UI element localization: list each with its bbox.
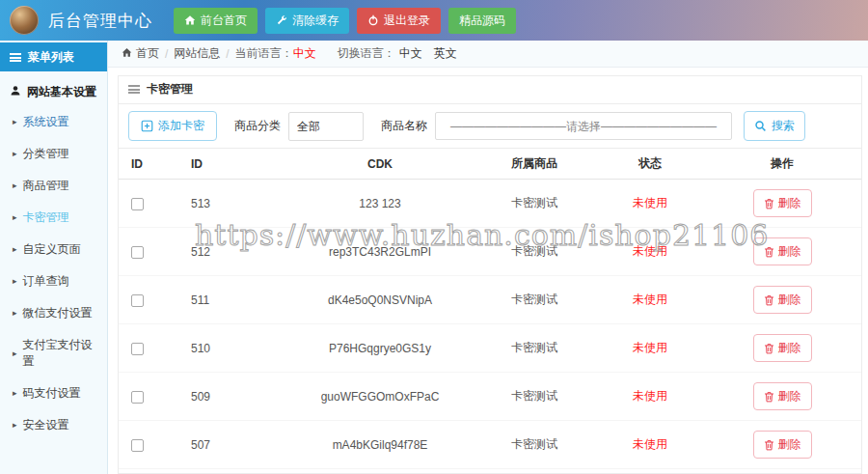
table-row: 513 123 123 卡密测试 未使用 删除 bbox=[119, 180, 861, 228]
sidebar-header: 菜单列表 bbox=[0, 42, 107, 71]
sidebar-item[interactable]: ▸分类管理 bbox=[0, 138, 107, 170]
breadcrumb-home-label: 首页 bbox=[136, 45, 159, 62]
delete-button[interactable]: 删除 bbox=[753, 237, 812, 265]
breadcrumb-home[interactable]: 首页 bbox=[122, 45, 159, 62]
search-button[interactable]: 搜索 bbox=[744, 111, 805, 141]
col-header-id: ID bbox=[173, 149, 288, 180]
delete-button[interactable]: 删除 bbox=[753, 334, 812, 362]
top-bar: 后台管理中心 前台首页 清除缓存 退出登录 精品源码 bbox=[0, 0, 868, 41]
row-checkbox[interactable] bbox=[131, 391, 144, 404]
lang-en-link[interactable]: 英文 bbox=[434, 45, 457, 62]
trash-icon bbox=[764, 343, 774, 354]
sidebar-item-label: 系统设置 bbox=[23, 114, 69, 130]
breadcrumb-separator: / bbox=[165, 47, 168, 61]
row-cdk: P76HGqgrye0GS1y bbox=[288, 324, 472, 373]
logout-label: 退出登录 bbox=[384, 13, 430, 29]
caret-right-icon: ▸ bbox=[13, 277, 17, 286]
sidebar-item[interactable]: ▸系统设置 bbox=[0, 106, 107, 138]
delete-label: 删除 bbox=[778, 195, 801, 211]
delete-button[interactable]: 删除 bbox=[753, 382, 812, 410]
row-id: 506 bbox=[173, 469, 288, 474]
sidebar-section[interactable]: 网站基本设置 bbox=[0, 71, 107, 106]
col-header-status: 状态 bbox=[597, 149, 703, 180]
row-id: 507 bbox=[173, 421, 288, 469]
list-icon bbox=[10, 53, 21, 62]
row-status: 未使用 bbox=[597, 421, 703, 469]
product-name-label: 商品名称 bbox=[381, 118, 427, 134]
table-row: 511 dK4e5oQ0NSVNipA 卡密测试 未使用 删除 bbox=[119, 276, 861, 324]
sidebar-item[interactable]: ▸卡密管理 bbox=[0, 202, 107, 234]
clear-cache-button[interactable]: 清除缓存 bbox=[265, 8, 349, 34]
col-header-action: 操作 bbox=[703, 149, 861, 180]
col-header-product: 所属商品 bbox=[472, 149, 597, 180]
sidebar-header-label: 菜单列表 bbox=[28, 49, 74, 66]
row-status: 未使用 bbox=[597, 324, 703, 373]
row-product: 卡密测试 bbox=[472, 228, 597, 276]
row-cdk: dK4e5oQ0NSVNipA bbox=[288, 276, 472, 324]
category-select[interactable]: 全部 bbox=[288, 112, 364, 141]
row-cdk: mA4bKGilq94f78E bbox=[288, 421, 472, 469]
home-icon bbox=[184, 14, 196, 26]
sidebar-item[interactable]: ▸微信支付设置 bbox=[0, 297, 107, 329]
power-icon bbox=[367, 14, 379, 26]
panel-header: 卡密管理 bbox=[119, 76, 861, 104]
sidebar-item-label: 分类管理 bbox=[23, 146, 69, 162]
row-checkbox[interactable] bbox=[131, 343, 144, 355]
plus-square-icon bbox=[141, 120, 153, 132]
table-body: 513 123 123 卡密测试 未使用 删除 512 rep3TC43R2GL… bbox=[119, 180, 861, 474]
table-wrap: ID ID CDK 所属商品 状态 操作 513 123 123 卡密测试 未使… bbox=[119, 149, 861, 473]
row-id: 511 bbox=[173, 276, 288, 324]
sidebar-item[interactable]: ▸码支付设置 bbox=[0, 377, 107, 409]
product-name-input[interactable] bbox=[435, 112, 732, 140]
user-icon bbox=[10, 85, 21, 99]
row-checkbox[interactable] bbox=[131, 294, 144, 307]
delete-label: 删除 bbox=[778, 340, 801, 356]
delete-label: 删除 bbox=[778, 243, 801, 260]
row-id: 512 bbox=[173, 228, 288, 276]
main-content: 首页 / 网站信息 / 当前语言： 中文 切换语言： 中文 英文 卡密管理 bbox=[108, 41, 868, 474]
frontend-home-button[interactable]: 前台首页 bbox=[174, 8, 258, 34]
row-status: 未使用 bbox=[597, 180, 703, 228]
clear-cache-label: 清除缓存 bbox=[292, 13, 339, 29]
add-card-key-button[interactable]: 添加卡密 bbox=[128, 111, 217, 141]
sidebar-item-label: 卡密管理 bbox=[23, 209, 69, 226]
row-checkbox[interactable] bbox=[131, 439, 144, 452]
sidebar-item-label: 商品管理 bbox=[23, 178, 69, 194]
sidebar-item[interactable]: ▸自定义页面 bbox=[0, 234, 107, 265]
search-label: 搜索 bbox=[772, 118, 795, 134]
sidebar-item-label: 支付宝支付设置 bbox=[23, 337, 99, 370]
row-product: 卡密测试 bbox=[472, 421, 597, 469]
caret-right-icon: ▸ bbox=[13, 245, 17, 254]
app: 后台管理中心 前台首页 清除缓存 退出登录 精品源码 bbox=[0, 0, 868, 474]
sidebar: 菜单列表 网站基本设置 ▸系统设置▸分类管理▸商品管理▸卡密管理▸自定义页面▸订… bbox=[0, 41, 108, 474]
delete-button[interactable]: 删除 bbox=[753, 286, 812, 314]
row-status: 未使用 bbox=[597, 373, 703, 421]
lang-zh-link[interactable]: 中文 bbox=[399, 45, 422, 62]
sidebar-item[interactable]: ▸商品管理 bbox=[0, 170, 107, 202]
table-row: 509 guoWFGGOmOxFPaC 卡密测试 未使用 删除 bbox=[119, 373, 861, 421]
row-checkbox[interactable] bbox=[131, 246, 144, 259]
trash-icon bbox=[764, 391, 774, 403]
breadcrumb-site-info[interactable]: 网站信息 bbox=[174, 45, 220, 62]
logout-button[interactable]: 退出登录 bbox=[357, 8, 441, 34]
sidebar-item[interactable]: ▸订单查询 bbox=[0, 265, 107, 297]
delete-button[interactable]: 删除 bbox=[753, 189, 812, 217]
search-icon bbox=[754, 120, 767, 132]
caret-right-icon: ▸ bbox=[13, 118, 17, 126]
sidebar-item[interactable]: ▸安全设置 bbox=[0, 409, 107, 441]
premium-source-button[interactable]: 精品源码 bbox=[448, 8, 516, 34]
row-cdk: rep3TC43R2GLmPI bbox=[288, 228, 472, 276]
current-lang-value: 中文 bbox=[293, 45, 316, 62]
caret-right-icon: ▸ bbox=[13, 150, 17, 158]
premium-source-label: 精品源码 bbox=[459, 13, 505, 29]
home-icon bbox=[122, 47, 132, 61]
delete-button[interactable]: 删除 bbox=[753, 431, 812, 459]
sidebar-item[interactable]: ▸支付宝支付设置 bbox=[0, 329, 107, 377]
sidebar-item-label: 订单查询 bbox=[23, 273, 69, 290]
row-checkbox[interactable] bbox=[131, 198, 144, 210]
trash-icon bbox=[764, 198, 774, 209]
add-card-key-label: 添加卡密 bbox=[158, 118, 204, 134]
wrench-icon bbox=[276, 14, 287, 26]
current-lang-label: 当前语言： bbox=[235, 45, 293, 62]
card-key-panel: 卡密管理 添加卡密 商品分类 全部 商品名称 bbox=[118, 75, 862, 474]
